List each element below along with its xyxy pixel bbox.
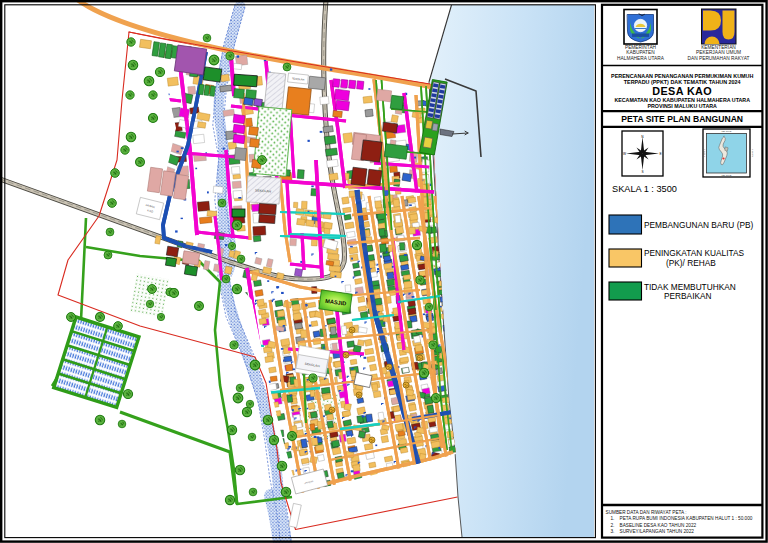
svg-text:1°11'0"N: 1°11'0"N [752,149,754,157]
svg-text:128°17'0"E: 128°17'0"E [722,130,733,132]
svg-text:PEMERINTAH: PEMERINTAH [625,45,657,50]
svg-text:KABUPATEN: KABUPATEN [626,50,655,55]
svg-text:HALMAHERA UTARA: HALMAHERA UTARA [617,56,665,61]
svg-text:W: W [623,152,626,156]
svg-text:SKALA 1 : 3500: SKALA 1 : 3500 [612,184,677,194]
svg-text:PERBAIKAN: PERBAIKAN [664,291,712,301]
svg-text:(PK)/ REHAB: (PK)/ REHAB [666,258,716,268]
svg-text:128°17'0"E: 128°17'0"E [722,174,733,176]
svg-text:PETA RUPA BUMI INDONESIA KABUP: PETA RUPA BUMI INDONESIA KABUPATEN HALUT… [620,516,753,521]
svg-text:DESA KAO: DESA KAO [652,85,712,97]
svg-text:PENINGKATAN KUALITAS: PENINGKATAN KUALITAS [644,248,745,258]
svg-text:3.: 3. [611,529,615,534]
svg-text:KEMENTERIAN: KEMENTERIAN [701,45,736,50]
svg-text:SUMBER DATA DAN RIWAYAT PETA :: SUMBER DATA DAN RIWAYAT PETA : [606,510,687,515]
svg-text:TIDAK MEMBUTUHKAN: TIDAK MEMBUTUHKAN [644,282,736,292]
svg-text:1.: 1. [611,516,615,521]
svg-text:PETA SITE PLAN BANGUNAN: PETA SITE PLAN BANGUNAN [621,114,743,124]
svg-text:S: S [641,170,643,174]
svg-text:PROVINSI MALUKU UTARA: PROVINSI MALUKU UTARA [648,103,718,109]
svg-text:PEMBANGUNAN BARU (PB): PEMBANGUNAN BARU (PB) [644,220,753,230]
svg-text:1°11'0"N: 1°11'0"N [703,149,705,157]
svg-text:E: E [659,152,661,156]
svg-text:SURVEY/LAPANGAN TAHUN 2022: SURVEY/LAPANGAN TAHUN 2022 [620,529,695,534]
svg-text:DAN PERUMAHAN RAKYAT: DAN PERUMAHAN RAKYAT [688,56,750,61]
svg-text:2.: 2. [611,523,615,528]
svg-text:TERPADU (PPKT) DAK TEMATIK TAH: TERPADU (PPKT) DAK TEMATIK TAHUN 2024 [624,79,741,85]
svg-text:PEKERJAAN UMUM: PEKERJAAN UMUM [696,50,741,55]
svg-text:BASELINE DESA KAO TAHUN 2022: BASELINE DESA KAO TAHUN 2022 [620,523,697,528]
